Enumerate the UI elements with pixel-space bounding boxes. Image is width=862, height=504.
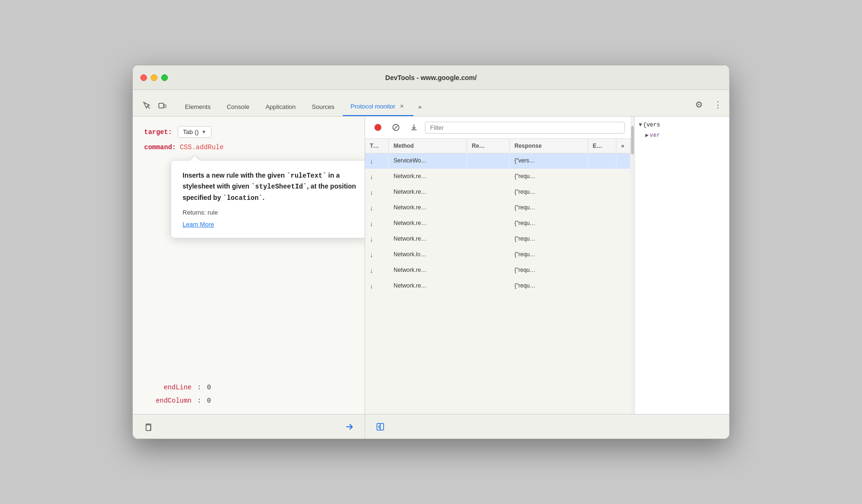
col-method: Method — [389, 139, 467, 153]
col-more: » — [616, 139, 631, 153]
command-label: command: — [144, 144, 176, 151]
more-options-button[interactable]: ⋮ — [710, 97, 725, 112]
field-value-endline: 0 — [207, 384, 211, 391]
target-dropdown[interactable]: Tab () ▼ — [178, 126, 211, 138]
table-row[interactable]: ↓ Network.re… {"requ… — [365, 169, 631, 185]
more-tabs-button[interactable]: » — [414, 97, 425, 116]
minimize-button[interactable] — [151, 74, 157, 81]
close-button[interactable] — [140, 74, 147, 81]
fields-area: endLine : 0 endColumn : 0 — [133, 384, 365, 410]
target-label: target: — [144, 128, 172, 136]
field-row-endline: endLine : 0 — [144, 384, 353, 391]
row-request-8 — [467, 279, 510, 294]
row-elapsed-6 — [588, 247, 616, 262]
command-row: command: CSS.addRule — [144, 144, 353, 151]
record-button[interactable] — [371, 120, 385, 135]
row-elapsed-7 — [588, 263, 616, 278]
row-method-4: Network.re… — [389, 216, 467, 231]
detail-line-1: ▼ {vers — [639, 120, 725, 131]
protocol-area: T… Method Re… Response E… » ↓ ServiceWo… — [365, 117, 631, 414]
tooltip-description: Inserts a new rule with the given `ruleT… — [183, 170, 358, 203]
split-button[interactable] — [373, 419, 388, 434]
row-extra-7 — [616, 263, 631, 278]
vertical-scrollbar[interactable] — [631, 117, 634, 414]
row-response-7: {"requ… — [510, 263, 588, 278]
row-request-4 — [467, 216, 510, 231]
col-request: Re… — [467, 139, 510, 153]
right-inner: T… Method Re… Response E… » ↓ ServiceWo… — [365, 117, 729, 414]
row-method-0: ServiceWo… — [389, 153, 467, 169]
row-response-0: {"vers… — [510, 153, 588, 169]
row-request-2 — [467, 185, 510, 200]
dropdown-arrow-icon: ▼ — [202, 129, 206, 135]
maximize-button[interactable] — [161, 74, 168, 81]
row-response-6: {"requ… — [510, 247, 588, 262]
expand-icon[interactable]: ▼ — [639, 120, 642, 131]
window-title: DevTools - www.google.com/ — [385, 74, 477, 81]
row-method-6: Network.lo… — [389, 247, 467, 262]
svg-point-4 — [375, 124, 381, 131]
tab-bar: Elements Console Application Sources Pro… — [133, 90, 729, 117]
row-extra-3 — [616, 200, 631, 216]
row-type-6: ↓ — [365, 247, 389, 262]
row-type-1: ↓ — [365, 169, 389, 184]
bottom-toolbar-right — [365, 414, 729, 439]
table-row[interactable]: ↓ Network.re… {"requ… — [365, 279, 631, 294]
devtools-window: DevTools - www.google.com/ Elements Cons… — [132, 65, 730, 439]
download-button[interactable] — [407, 120, 421, 135]
collapse-icon[interactable]: ▶ — [645, 131, 649, 141]
row-request-0 — [467, 153, 510, 169]
table-row[interactable]: ↓ Network.re… {"requ… — [365, 200, 631, 216]
row-response-8: {"requ… — [510, 279, 588, 294]
svg-line-0 — [147, 106, 150, 108]
col-response: Response — [510, 139, 588, 153]
target-value: Tab () — [183, 128, 199, 135]
tab-bar-right: ⚙ ⋮ — [691, 97, 725, 112]
scrollbar-thumb[interactable] — [631, 126, 634, 154]
clear-button[interactable] — [389, 120, 403, 135]
left-panel: target: Tab () ▼ command: CSS.addRule In… — [133, 117, 365, 439]
row-response-4: {"requ… — [510, 216, 588, 231]
table-row[interactable]: ↓ ServiceWo… {"vers… — [365, 153, 631, 169]
tab-protocol-monitor[interactable]: Protocol monitor ✕ — [343, 97, 413, 116]
row-type-5: ↓ — [365, 232, 389, 247]
settings-button[interactable]: ⚙ — [691, 97, 706, 112]
row-method-5: Network.re… — [389, 232, 467, 247]
row-request-6 — [467, 247, 510, 262]
row-elapsed-1 — [588, 169, 616, 184]
row-method-3: Network.re… — [389, 200, 467, 216]
tab-close-icon[interactable]: ✕ — [398, 102, 406, 110]
row-method-2: Network.re… — [389, 185, 467, 200]
tab-elements[interactable]: Elements — [177, 97, 218, 116]
row-method-1: Network.re… — [389, 169, 467, 184]
tab-console[interactable]: Console — [219, 97, 257, 116]
tab-application[interactable]: Application — [258, 97, 303, 116]
row-extra-0 — [616, 153, 631, 169]
field-label-endline: endLine — [144, 384, 192, 391]
copy-button[interactable] — [140, 419, 156, 434]
table-row[interactable]: ↓ Network.re… {"requ… — [365, 216, 631, 232]
svg-rect-1 — [159, 103, 164, 108]
filter-input[interactable] — [425, 122, 625, 134]
table-row[interactable]: ↓ Network.lo… {"requ… — [365, 247, 631, 263]
send-button[interactable] — [342, 419, 357, 434]
row-elapsed-0 — [588, 153, 616, 169]
device-toolbar-icon[interactable] — [156, 99, 169, 112]
table-row[interactable]: ↓ Network.re… {"requ… — [365, 185, 631, 200]
row-request-7 — [467, 263, 510, 278]
row-method-8: Network.re… — [389, 279, 467, 294]
tab-sources[interactable]: Sources — [304, 97, 342, 116]
tooltip-arrow — [190, 156, 200, 161]
learn-more-link[interactable]: Learn More — [183, 221, 214, 228]
svg-rect-2 — [164, 105, 166, 108]
row-extra-8 — [616, 279, 631, 294]
bottom-toolbar-left — [133, 414, 365, 439]
table-row[interactable]: ↓ Network.re… {"requ… — [365, 263, 631, 279]
field-row-endcolumn: endColumn : 0 — [144, 397, 353, 405]
protocol-toolbar — [365, 117, 631, 139]
title-bar: DevTools - www.google.com/ — [133, 65, 729, 90]
select-element-icon[interactable] — [140, 99, 154, 112]
table-row[interactable]: ↓ Network.re… {"requ… — [365, 232, 631, 247]
devtools-icons — [137, 99, 173, 112]
row-type-0: ↓ — [365, 153, 389, 169]
